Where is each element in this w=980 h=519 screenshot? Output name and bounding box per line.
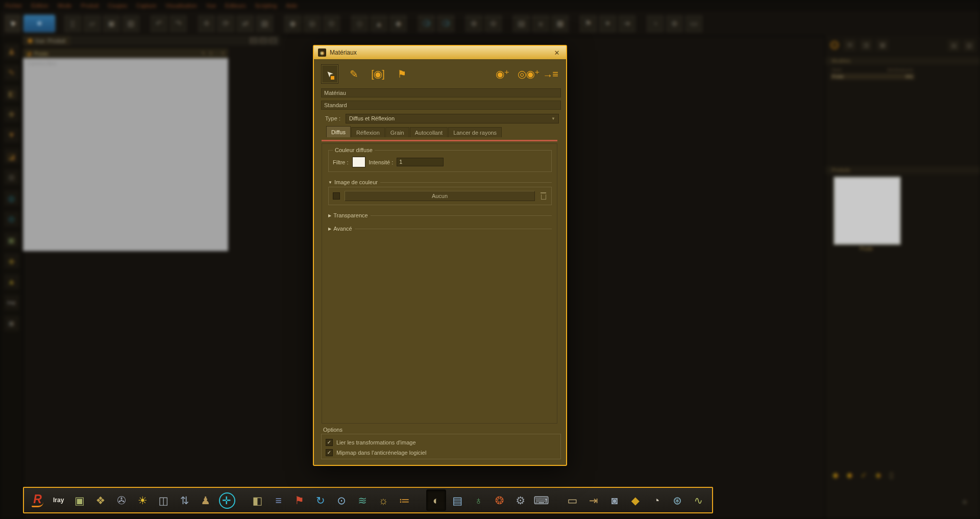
option-checkbox[interactable]: ✓ — [326, 449, 333, 456]
duplicate-material-button[interactable]: ◎◉⁺ — [518, 64, 535, 84]
toolbar-icon[interactable] — [504, 16, 510, 32]
material-list-item[interactable]: Standard — [321, 101, 561, 110]
menu-item[interactable]: Éditeurs — [225, 3, 246, 9]
realtime-renderer[interactable]: R — [28, 490, 47, 510]
panel-action-icon[interactable]: ◈ — [875, 471, 881, 480]
poste-header-icon[interactable]: ⊙ — [209, 51, 213, 56]
poste-header-icon[interactable]: ▫ — [216, 51, 218, 56]
lighting-editor[interactable]: ☀ — [133, 490, 152, 510]
toolbar-icon[interactable]: ◇ — [351, 15, 368, 32]
panel-icon[interactable]: ⊞ — [844, 39, 856, 51]
rail-icon[interactable]: Iray — [4, 295, 19, 310]
toolbar-icon[interactable]: ▲ — [371, 15, 387, 32]
window-button[interactable]: ⊡ — [250, 37, 258, 44]
trash-icon[interactable] — [540, 192, 547, 200]
menu-item[interactable]: Produit — [81, 3, 99, 9]
postprocess-editor[interactable]: ⇅ — [175, 490, 194, 510]
toolbar-icon[interactable]: ▭ — [685, 15, 702, 32]
window-button[interactable]: ⊠ — [269, 37, 277, 44]
web-settings-editor[interactable]: ⚙ — [511, 490, 530, 510]
toolbar-icon[interactable]: ▱ — [84, 15, 101, 32]
toolbar-icon[interactable]: ✦ — [599, 15, 616, 32]
toolbar-icon[interactable]: ↷ — [170, 15, 187, 32]
panel-action-icon[interactable]: ◆ — [847, 471, 853, 480]
toolbar-icon[interactable]: ▥ — [122, 15, 139, 32]
menu-item[interactable]: Capture — [136, 3, 156, 9]
rotation-editor[interactable]: ↻ — [311, 490, 330, 510]
toolbar-icon[interactable]: ◉ — [284, 15, 301, 32]
viewport-canvas[interactable]: Caméra libre — [23, 58, 228, 251]
image-render-editor[interactable]: ▣ — [70, 490, 89, 510]
surface-editor[interactable]: ◧ — [248, 490, 267, 510]
toolbar-icon[interactable]: ◔ — [647, 15, 664, 32]
toolbar-icon[interactable]: ❍ — [437, 15, 454, 32]
curve-editor[interactable]: ∿ — [689, 490, 708, 510]
image-enhance-editor[interactable]: ❖ — [91, 490, 110, 510]
toolbar-icon[interactable] — [457, 16, 463, 32]
toolbar-icon[interactable] — [571, 16, 577, 32]
rail-icon[interactable]: ◙ — [4, 316, 19, 331]
panel-action-icon[interactable]: ▯ — [889, 471, 893, 480]
rail-icon[interactable]: ◈ — [4, 253, 19, 268]
toolbar-spacer[interactable] — [417, 64, 487, 84]
menu-item[interactable]: Coupes — [108, 3, 127, 9]
corner-icon[interactable]: ◈ — [962, 498, 967, 505]
toolbar-icon[interactable]: ▣ — [103, 15, 120, 32]
material-tab[interactable]: Réflexion — [351, 127, 385, 137]
menu-item[interactable]: Vue — [206, 3, 216, 9]
panel-icon[interactable]: ▦ — [876, 39, 889, 51]
keyboard-editor[interactable]: ⌨ — [532, 490, 551, 510]
toolbar-icon[interactable]: ≡ — [532, 15, 549, 32]
collapsed-section-header[interactable]: ▶ Avancé — [328, 226, 552, 232]
toolbar-icon[interactable] — [142, 16, 148, 32]
toolbar-icon[interactable]: ↶ — [151, 15, 167, 32]
compass-editor[interactable]: ❂ — [490, 490, 509, 510]
camera-views-editor[interactable]: ◙ — [605, 490, 624, 510]
option-row[interactable]: ✓ Mipmap dans l'anticrénelage logiciel — [326, 449, 556, 456]
animation-editor[interactable]: ◫ — [154, 490, 173, 510]
menu-item[interactable]: Fichier — [5, 3, 22, 9]
intensity-input[interactable]: 1 — [397, 158, 444, 166]
toolbar-icon[interactable]: ▧ — [256, 15, 273, 32]
material-tab[interactable]: Lancer de rayons — [448, 127, 502, 137]
select-mode-button[interactable]: ➤ — [5, 15, 20, 32]
panel-action-icon[interactable]: ✓ — [861, 471, 867, 480]
toolbar-icon[interactable]: ➔ — [619, 15, 635, 32]
toolbar-icon[interactable]: ⊕ — [465, 15, 482, 32]
image-enable-checkbox[interactable] — [333, 192, 340, 200]
collapsed-section-header[interactable]: ▶ Transparence — [328, 212, 552, 218]
material-tab[interactable]: Autocollant — [410, 127, 448, 137]
toolbar-icon[interactable]: ◆ — [390, 15, 407, 32]
image-group-header[interactable]: ▼ Image de couleur — [328, 179, 552, 185]
toolbar-icon[interactable] — [342, 16, 349, 32]
toolbar-icon[interactable] — [189, 16, 195, 32]
rail-icon[interactable]: ▲ — [4, 274, 19, 289]
rail-icon[interactable]: ♟ — [4, 44, 19, 59]
poste-header-icon[interactable]: ✎ — [201, 51, 205, 56]
apply-material-tool[interactable]: ⚑ — [393, 64, 410, 84]
toolbar-icon[interactable]: ⟳ — [217, 15, 234, 32]
image-none-button[interactable]: Aucun — [345, 191, 535, 201]
toolbar-icon[interactable]: ✛ — [198, 15, 215, 32]
layers-editor[interactable]: ≡ — [269, 490, 288, 510]
video-render-editor[interactable]: ✇ — [112, 490, 131, 510]
toolbar-icon[interactable] — [409, 16, 415, 32]
view-tab[interactable]: Vue: Produit — [23, 36, 70, 45]
list-editor[interactable]: ≔ — [395, 490, 414, 510]
toolbar-icon[interactable]: ▤ — [513, 15, 530, 32]
sensor-editor[interactable]: ☼ — [374, 490, 393, 510]
menu-item[interactable]: Aide — [286, 3, 297, 9]
iray-renderer[interactable]: Iray — [49, 490, 68, 510]
rail-icon[interactable]: ✎ — [4, 65, 19, 80]
panel-action-icon[interactable]: ◆ — [832, 471, 839, 480]
new-material-button[interactable]: ◉⁺ — [494, 64, 511, 84]
materials-editor[interactable]: ◐ — [426, 489, 446, 511]
rail-icon[interactable]: ◪ — [4, 149, 19, 164]
toolbar-icon[interactable]: ⇄ — [237, 15, 254, 32]
option-checkbox[interactable]: ✓ — [326, 439, 333, 446]
panel-icon[interactable]: ▤ — [948, 40, 960, 51]
material-tab[interactable]: Grain — [385, 127, 409, 137]
gizmo-editor[interactable]: ✛ — [217, 490, 236, 510]
door-editor[interactable]: ⇥ — [584, 490, 603, 510]
edit-material-tool[interactable]: ✎ — [345, 64, 362, 84]
